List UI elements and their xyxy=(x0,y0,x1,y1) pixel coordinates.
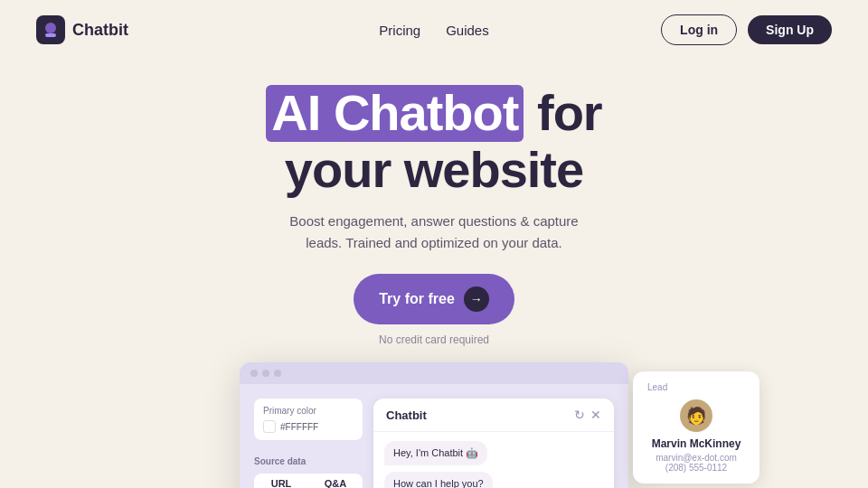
nav-guides[interactable]: Guides xyxy=(446,23,489,38)
primary-color-block: Primary color #FFFFFF xyxy=(254,399,363,440)
hero-title-rest: for xyxy=(537,84,602,141)
nav-actions: Log in Sign Up xyxy=(661,14,832,45)
svg-rect-2 xyxy=(45,33,56,37)
close-icon[interactable]: ✕ xyxy=(590,408,601,422)
lead-phone: (208) 555-0112 xyxy=(647,463,745,473)
color-hex: #FFFFFF xyxy=(280,422,318,432)
nav-links: Pricing Guides xyxy=(379,23,488,38)
hero-subtitle: Boost engagement, answer questions & cap… xyxy=(36,211,832,254)
source-label: Source data xyxy=(254,456,363,466)
browser-window: Primary color #FFFFFF Source data URL Q&… xyxy=(240,362,628,488)
dot3 xyxy=(274,370,281,377)
browser-content: Primary color #FFFFFF Source data URL Q&… xyxy=(240,384,628,488)
source-col-url: URL xyxy=(254,474,308,488)
logo-text: Chatbit xyxy=(72,21,128,40)
browser-bar xyxy=(240,362,628,384)
cta-label: Try for free xyxy=(379,291,455,307)
login-button[interactable]: Log in xyxy=(661,14,737,45)
hero-title-line2: your website xyxy=(285,141,583,198)
msg-bot-1: Hey, I'm Chatbit 🤖 xyxy=(384,441,487,465)
color-swatch-row: #FFFFFF xyxy=(263,420,354,433)
lead-label: Lead xyxy=(647,382,745,392)
dot1 xyxy=(250,370,258,377)
lead-email: marvin@ex-dot.com xyxy=(647,453,745,463)
primary-color-label: Primary color xyxy=(263,406,354,416)
chat-header: Chatbit ↻ ✕ xyxy=(373,399,614,432)
logo-icon xyxy=(36,15,65,44)
svg-point-1 xyxy=(45,23,56,33)
signup-button[interactable]: Sign Up xyxy=(748,15,832,44)
lead-name: Marvin McKinney xyxy=(647,437,745,450)
lead-avatar: 🧑 xyxy=(680,399,712,432)
chat-panel: Chatbit ↻ ✕ Hey, I'm Chatbit 🤖 How can I… xyxy=(373,399,614,488)
dot2 xyxy=(262,370,269,377)
refresh-icon[interactable]: ↻ xyxy=(574,408,585,422)
chat-icons: ↻ ✕ xyxy=(574,408,601,422)
chat-title: Chatbit xyxy=(386,408,427,422)
hero-title-highlight: AI Chatbot xyxy=(266,85,524,142)
hero-section: AI Chatbot for your website Boost engage… xyxy=(0,60,868,346)
lead-card: Lead 🧑 Marvin McKinney marvin@ex-dot.com… xyxy=(633,371,760,483)
navbar: Chatbit Pricing Guides Log in Sign Up xyxy=(0,0,868,60)
dashboard-preview: Primary color #FFFFFF Source data URL Q&… xyxy=(118,362,750,488)
source-col-qa: Q&A xyxy=(308,474,363,488)
source-header-row: URL Q&A xyxy=(254,474,363,488)
msg-bot-2: How can I help you? xyxy=(384,472,493,488)
arrow-icon: → xyxy=(464,286,489,312)
hero-title: AI Chatbot for your website xyxy=(36,85,832,198)
logo: Chatbit xyxy=(36,15,128,44)
chat-messages: Hey, I'm Chatbit 🤖 How can I help you? W… xyxy=(373,432,614,488)
cta-button[interactable]: Try for free → xyxy=(354,274,514,324)
nav-pricing[interactable]: Pricing xyxy=(379,23,420,38)
source-data-panel: Source data URL Q&A File Text xyxy=(254,456,363,488)
color-swatch xyxy=(263,420,276,433)
source-table: URL Q&A File Text xyxy=(254,474,363,488)
cta-note: No credit card required xyxy=(36,333,832,346)
